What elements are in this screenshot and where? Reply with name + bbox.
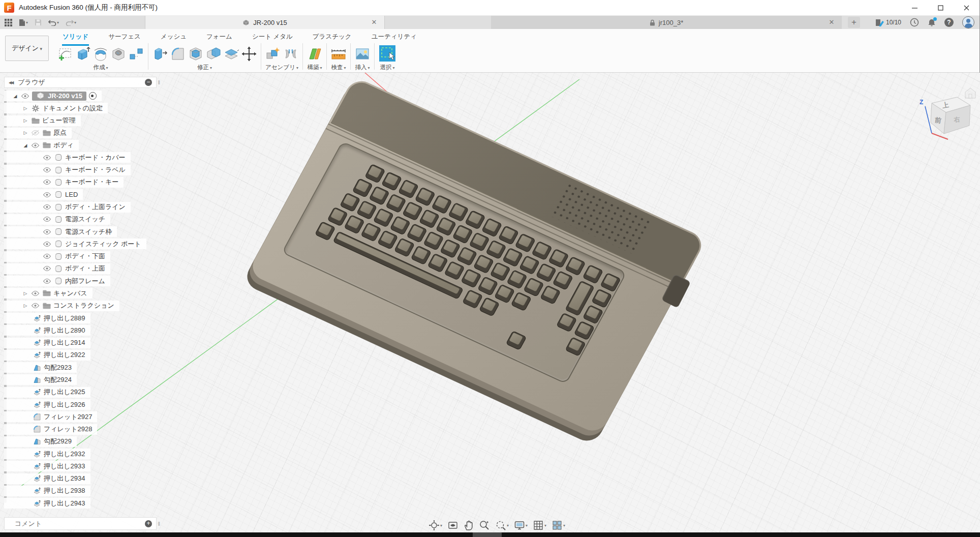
activate-component-radio[interactable] <box>89 92 97 100</box>
orbit-button[interactable]: ▾ <box>427 519 444 531</box>
expander-closed-icon[interactable]: ▷ <box>22 130 28 135</box>
browser-item-ボディ・上面[interactable]: ボディ・上面 <box>4 263 110 274</box>
add-comment-icon[interactable]: + <box>145 520 152 527</box>
viewports-button[interactable]: ▾ <box>550 519 567 531</box>
browser-item-キーボード・ラベル[interactable]: キーボード・ラベル <box>4 165 131 175</box>
create-sketch-icon[interactable] <box>57 45 73 63</box>
document-tab-close-icon[interactable]: ✕ <box>828 18 836 26</box>
document-tab-close-icon[interactable]: ✕ <box>370 18 378 26</box>
browser-item-ドキュメントの設定[interactable]: ▷ドキュメントの設定 <box>4 103 108 113</box>
collapse-panel-icon[interactable]: ◀◀ <box>9 80 13 85</box>
browser-item-ボディ[interactable]: ◢ボディ <box>4 140 79 151</box>
visibility-eye-icon[interactable] <box>31 303 40 309</box>
expander-open-icon[interactable]: ◢ <box>12 94 18 99</box>
look-at-button[interactable] <box>446 519 460 531</box>
visibility-eye-icon[interactable] <box>43 216 51 222</box>
user-avatar[interactable] <box>962 16 974 28</box>
panel-grip[interactable]: ‖ <box>158 79 160 85</box>
visibility-eye-icon[interactable] <box>31 142 40 148</box>
browser-item-押し出し2934[interactable]: 押し出し2934 <box>4 473 90 484</box>
browser-item-キャンバス[interactable]: ▷キャンバス <box>4 288 93 299</box>
select-dropdown[interactable]: 選択 <box>380 64 394 71</box>
visibility-eye-icon[interactable] <box>43 179 51 185</box>
browser-minimize-icon[interactable]: − <box>145 79 152 86</box>
fillet-icon[interactable] <box>170 45 186 63</box>
browser-item-内部フレーム[interactable]: 内部フレーム <box>4 276 110 286</box>
browser-item-ボディ・下面[interactable]: ボディ・下面 <box>4 251 110 262</box>
workspace-selector[interactable]: デザイン <box>5 36 49 61</box>
browser-item-勾配2929[interactable]: 勾配2929 <box>4 436 77 447</box>
orbit-caret-icon[interactable]: ▾ <box>440 523 442 528</box>
shell-icon[interactable] <box>188 45 204 63</box>
browser-item-LED[interactable]: LED <box>4 189 83 200</box>
browser-item-勾配2924[interactable]: 勾配2924 <box>4 374 77 385</box>
visibility-eye-icon[interactable] <box>43 253 51 259</box>
maximize-button[interactable] <box>928 0 954 16</box>
extrude-icon[interactable] <box>75 45 91 63</box>
app-grid-menu-icon[interactable] <box>3 18 14 27</box>
browser-item-フィレット2928[interactable]: フィレット2928 <box>4 424 97 435</box>
create-dropdown[interactable]: 作成 <box>93 64 108 71</box>
hole-icon[interactable] <box>110 45 127 63</box>
browser-item-コンストラクション[interactable]: ▷コンストラクション <box>4 301 119 311</box>
browser-item-勾配2923[interactable]: 勾配2923 <box>4 362 77 373</box>
comment-bar[interactable]: コメント + ‖ <box>4 517 157 530</box>
browser-item-フィレット2927[interactable]: フィレット2927 <box>4 411 97 422</box>
pan-button[interactable] <box>462 519 475 531</box>
viewport-canvas[interactable]: Z 上 前 右 ◀◀ ブラウザ − <box>0 73 980 532</box>
minimize-button[interactable] <box>902 0 928 16</box>
browser-item-JR-200 v15[interactable]: ◢JR-200 v15 <box>4 91 102 101</box>
press-pull-icon[interactable] <box>152 45 168 63</box>
browser-item-押し出し2938[interactable]: 押し出し2938 <box>4 486 90 496</box>
visibility-eye-icon[interactable] <box>43 265 51 272</box>
browser-item-押し出し2943[interactable]: 押し出し2943 <box>4 498 90 509</box>
browser-item-キーボード・カバー[interactable]: キーボード・カバー <box>4 152 131 163</box>
expander-closed-icon[interactable]: ▷ <box>22 303 28 308</box>
extension-manager-clock-icon[interactable] <box>910 18 919 27</box>
notifications-bell-icon[interactable] <box>928 18 936 27</box>
help-icon[interactable]: ? <box>944 18 954 27</box>
construction-plane-icon[interactable] <box>307 45 323 63</box>
browser-item-押し出し2926[interactable]: 押し出し2926 <box>4 399 90 410</box>
fit-caret-icon[interactable]: ▾ <box>507 523 509 528</box>
visibility-eye-icon[interactable] <box>43 241 51 247</box>
browser-item-原点[interactable]: ▷原点 <box>4 128 72 138</box>
pattern-icon[interactable] <box>128 45 144 63</box>
zoom-button[interactable] <box>477 519 492 531</box>
viewcube[interactable]: Z 上 前 右 <box>912 83 980 141</box>
file-menu-button[interactable]: ▾ <box>17 18 29 27</box>
combine-icon[interactable] <box>205 45 222 63</box>
browser-item-キーボード・キー[interactable]: キーボード・キー <box>4 177 124 188</box>
select-icon[interactable] <box>378 44 396 63</box>
expander-closed-icon[interactable]: ▷ <box>22 118 28 123</box>
selected-root-pill[interactable]: JR-200 v15 <box>32 92 86 101</box>
visibility-eye-icon[interactable] <box>21 93 29 99</box>
viewports-caret-icon[interactable]: ▾ <box>563 523 565 528</box>
inspect-dropdown[interactable]: 検査 <box>331 64 346 71</box>
browser-item-押し出し2925[interactable]: 押し出し2925 <box>4 387 90 398</box>
insert-dropdown[interactable]: 挿入 <box>355 64 370 71</box>
browser-item-押し出し2932[interactable]: 押し出し2932 <box>4 449 90 459</box>
display-settings-button[interactable]: ▾ <box>512 519 529 531</box>
revolve-icon[interactable] <box>93 45 109 63</box>
visibility-eye-icon[interactable] <box>43 192 51 198</box>
visibility-eye-off-icon[interactable] <box>31 130 40 136</box>
measure-icon[interactable] <box>330 45 347 63</box>
browser-item-押し出し2922[interactable]: 押し出し2922 <box>4 350 90 361</box>
document-tab-active[interactable]: JR-200 v15 ✕ <box>145 16 385 29</box>
visibility-eye-icon[interactable] <box>31 290 40 296</box>
fit-button[interactable]: ▾ <box>494 519 510 531</box>
redo-button[interactable]: ▾ <box>64 18 78 27</box>
panel-grip[interactable]: ‖ <box>158 521 160 527</box>
new-document-tab-button[interactable]: + <box>848 17 860 28</box>
browser-item-押し出し2914[interactable]: 押し出し2914 <box>4 338 90 348</box>
visibility-eye-icon[interactable] <box>43 155 51 161</box>
assemble-dropdown[interactable]: アセンブリ <box>265 64 298 71</box>
modify-dropdown[interactable]: 修正 <box>197 64 212 71</box>
move-icon[interactable] <box>241 45 257 63</box>
browser-item-電源スイッチ[interactable]: 電源スイッチ <box>4 214 110 225</box>
expander-closed-icon[interactable]: ▷ <box>22 291 28 296</box>
undo-button[interactable]: ▾ <box>47 18 60 27</box>
document-tab-inactive[interactable]: jr100_3* ✕ <box>491 16 842 29</box>
joint-icon[interactable] <box>283 45 299 63</box>
